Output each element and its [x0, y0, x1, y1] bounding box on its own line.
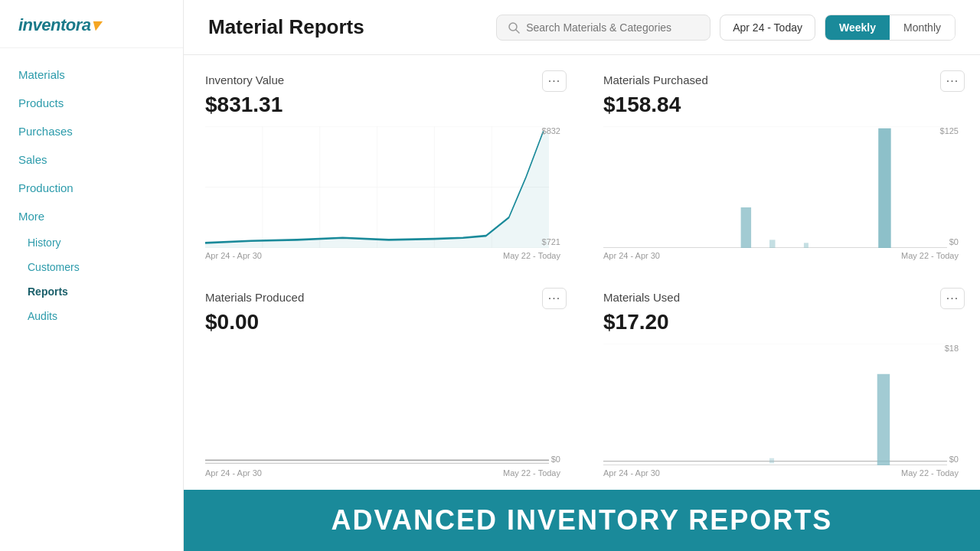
inventory-value-more-button[interactable]: ···	[542, 70, 567, 92]
materials-purchased-chart: $125 $0	[603, 126, 959, 248]
materials-purchased-card: Materials Purchased $158.84 ···	[582, 55, 980, 272]
card-title-materials-used: Materials Used	[603, 291, 959, 304]
page-title: Material Reports	[208, 15, 364, 39]
materials-produced-chart: $0	[205, 344, 560, 465]
materials-purchased-more-button[interactable]: ···	[940, 70, 965, 92]
inventory-value-chart: $832 $721	[205, 126, 560, 248]
materials-used-dates: Apr 24 - Apr 30 May 22 - Today	[603, 468, 959, 478]
card-title-materials-purchased: Materials Purchased	[603, 73, 959, 86]
svg-rect-13	[741, 207, 751, 248]
inventory-value-card: Inventory Value $831.31 ···	[184, 55, 582, 272]
inventory-value-dates: Apr 24 - Apr 30 May 22 - Today	[205, 251, 560, 260]
sidebar-item-production[interactable]: Production	[0, 174, 183, 202]
materials-purchased-y-labels: $125 $0	[940, 126, 959, 248]
card-title-materials-produced: Materials Produced	[205, 291, 560, 304]
card-value-materials-purchased: $158.84	[603, 93, 959, 117]
sidebar-item-more[interactable]: More	[0, 202, 183, 230]
svg-rect-16	[804, 243, 808, 248]
sidebar-item-purchases[interactable]: Purchases	[0, 117, 183, 145]
sidebar-nav: Materials Products Purchases Sales Produ…	[0, 48, 183, 341]
sidebar-subitem-audits[interactable]: Audits	[0, 304, 183, 328]
sidebar-subitem-customers[interactable]: Customers	[0, 255, 183, 279]
svg-rect-21	[769, 458, 774, 464]
svg-rect-15	[769, 240, 775, 248]
page-header: Material Reports Apr 24 - Today Weekly M…	[184, 0, 980, 55]
header-controls: Apr 24 - Today Weekly Monthly	[496, 15, 956, 41]
sidebar-item-products[interactable]: Products	[0, 89, 183, 117]
main-content: Material Reports Apr 24 - Today Weekly M…	[184, 0, 980, 551]
svg-rect-14	[878, 129, 890, 248]
materials-purchased-dates: Apr 24 - Apr 30 May 22 - Today	[603, 251, 959, 260]
materials-produced-card: Materials Produced $0.00 ··· $0 Apr 24	[184, 272, 582, 490]
sidebar-item-materials[interactable]: Materials	[0, 60, 183, 89]
materials-used-card: Materials Used $17.20 ···	[582, 272, 980, 490]
search-box	[496, 15, 710, 41]
materials-used-chart: $18 $0	[603, 344, 959, 465]
monthly-toggle[interactable]: Monthly	[890, 15, 955, 40]
materials-produced-more-button[interactable]: ···	[542, 288, 567, 309]
logo-dot: ▾	[91, 15, 100, 34]
footer-banner-text: ADVANCED INVENTORY REPORTS	[332, 504, 833, 536]
svg-rect-20	[877, 374, 890, 465]
card-value-inventory-value: $831.31	[205, 93, 560, 117]
period-toggle: Weekly Monthly	[825, 15, 956, 41]
card-value-materials-produced: $0.00	[205, 310, 560, 334]
inventory-value-y-labels: $832 $721	[542, 126, 560, 248]
card-title-inventory-value: Inventory Value	[205, 73, 560, 86]
weekly-toggle[interactable]: Weekly	[825, 15, 890, 40]
sidebar: inventora▾ Materials Products Purchases …	[0, 0, 184, 551]
footer-banner: ADVANCED INVENTORY REPORTS	[184, 490, 980, 551]
materials-used-y-labels: $18 $0	[945, 344, 959, 465]
sidebar-subitem-reports[interactable]: Reports	[0, 279, 183, 304]
materials-produced-dates: Apr 24 - Apr 30 May 22 - Today	[205, 468, 560, 478]
date-range-button[interactable]: Apr 24 - Today	[720, 15, 815, 41]
svg-line-1	[516, 30, 519, 33]
sidebar-item-sales[interactable]: Sales	[0, 145, 183, 174]
search-icon	[508, 21, 520, 34]
logo-area: inventora▾	[0, 0, 183, 48]
materials-produced-y-labels: $0	[551, 344, 560, 465]
card-value-materials-used: $17.20	[603, 310, 959, 334]
logo-text: inventora▾	[18, 15, 99, 34]
charts-grid: Inventory Value $831.31 ···	[184, 55, 980, 490]
materials-used-more-button[interactable]: ···	[940, 288, 965, 309]
sidebar-subitem-history[interactable]: History	[0, 230, 183, 255]
search-input[interactable]	[526, 21, 699, 34]
